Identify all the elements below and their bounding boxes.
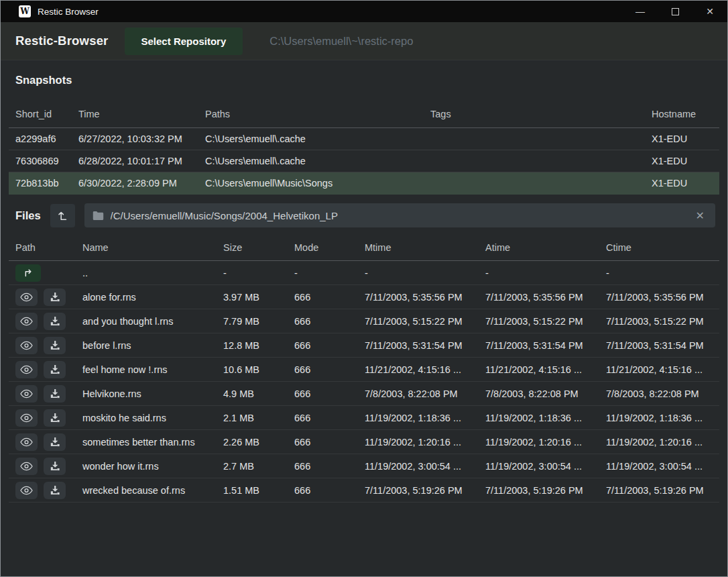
download-icon [50, 364, 60, 374]
snapshot-row[interactable]: 76306869 6/28/2022, 10:01:17 PM C:\Users… [9, 150, 719, 172]
minimize-icon: — [635, 6, 645, 17]
file-row[interactable]: sometimes better than.rns 2.26 MB 666 11… [9, 430, 719, 454]
snapshot-paths: C:\Users\emuell\Music\Songs [198, 178, 424, 189]
clear-path-icon[interactable]: ✕ [693, 209, 707, 222]
file-atime: 11/19/2002, 1:18:36 ... [479, 413, 599, 423]
file-ctime: 11/21/2002, 4:15:16 ... [599, 364, 719, 375]
titlebar: W Restic Browser — ✕ [1, 1, 727, 22]
preview-file-button[interactable] [15, 313, 38, 330]
file-size: 3.97 MB [217, 292, 288, 303]
download-file-button[interactable] [44, 361, 66, 378]
file-name: and you thought l.rns [76, 316, 217, 327]
file-mode: 666 [288, 437, 358, 448]
snapshot-short-id: 76306869 [9, 156, 72, 166]
file-mtime: 11/19/2002, 1:20:16 ... [358, 437, 479, 448]
eye-icon [20, 486, 33, 495]
download-file-button[interactable] [44, 433, 66, 451]
col-mtime: Mtime [358, 242, 479, 253]
download-file-button[interactable] [44, 458, 66, 475]
download-file-button[interactable] [44, 337, 66, 354]
col-hostname: Hostname [645, 109, 719, 119]
file-mtime: 7/11/2003, 5:15:22 PM [358, 316, 479, 327]
download-file-button[interactable] [44, 313, 66, 330]
snapshots-table: Short_id Time Paths Tags Hostname a2299a… [9, 100, 719, 195]
file-mtime: 11/21/2002, 4:15:16 ... [358, 364, 479, 375]
preview-file-button[interactable] [15, 288, 38, 306]
col-path: Path [9, 242, 76, 253]
titlebar-left: W Restic Browser [1, 5, 99, 17]
file-ctime: - [599, 268, 719, 278]
snapshots-section-header: Snapshots [1, 60, 727, 100]
download-file-button[interactable] [44, 288, 66, 306]
parent-dir-row[interactable]: .. - - - - - [9, 261, 719, 285]
file-size: 1.51 MB [217, 485, 288, 496]
snapshot-row[interactable]: a2299af6 6/27/2022, 10:03:32 PM C:\Users… [9, 128, 719, 150]
download-file-button[interactable] [44, 482, 66, 499]
goto-root-button[interactable] [50, 204, 75, 227]
file-ctime: 7/11/2003, 5:31:54 PM [599, 340, 719, 351]
maximize-button[interactable] [658, 1, 692, 22]
maximize-icon [672, 8, 679, 15]
file-row[interactable]: before l.rns 12.8 MB 666 7/11/2003, 5:31… [9, 333, 719, 358]
file-row[interactable]: wrecked because of.rns 1.51 MB 666 7/11/… [9, 478, 719, 503]
download-icon [50, 461, 60, 471]
app-header: Restic-Browser Select Repository C:\User… [1, 22, 727, 60]
col-ctime: Ctime [599, 242, 719, 253]
current-path-input[interactable]: /C/Users/emuell/Music/Songs/2004_Helveti… [84, 203, 715, 227]
file-mtime: 7/11/2003, 5:19:26 PM [358, 485, 479, 496]
file-size: 4.9 MB [217, 388, 288, 399]
preview-file-button[interactable] [15, 433, 38, 451]
parent-dir-button[interactable] [15, 264, 41, 282]
download-file-button[interactable] [44, 385, 66, 403]
preview-file-button[interactable] [15, 337, 38, 354]
file-atime: 11/19/2002, 1:20:16 ... [479, 437, 599, 448]
preview-file-button[interactable] [15, 482, 38, 499]
preview-file-button[interactable] [15, 385, 38, 403]
file-row[interactable]: moskito he said.rns 2.1 MB 666 11/19/200… [9, 406, 719, 430]
app-logo-icon: W [19, 5, 31, 17]
col-name: Name [76, 242, 217, 253]
file-name: alone for.rns [76, 292, 217, 303]
file-ctime: 7/11/2003, 5:35:56 PM [599, 292, 719, 303]
file-ctime: 11/19/2002, 1:20:16 ... [599, 437, 719, 448]
download-icon [50, 437, 60, 447]
snapshot-hostname: X1-EDU [645, 178, 719, 189]
file-row[interactable]: alone for.rns 3.97 MB 666 7/11/2003, 5:3… [9, 285, 719, 309]
select-repository-button[interactable]: Select Repository [125, 28, 243, 55]
window-title: Restic Browser [38, 7, 99, 17]
file-ctime: 11/19/2002, 1:18:36 ... [599, 413, 719, 423]
snapshot-row[interactable]: 72b813bb 6/30/2022, 2:28:09 PM C:\Users\… [9, 172, 719, 195]
close-icon: ✕ [706, 6, 714, 17]
file-row[interactable]: wonder how it.rns 2.7 MB 666 11/19/2002,… [9, 454, 719, 478]
eye-icon [20, 389, 33, 399]
file-mtime: 7/11/2003, 5:31:54 PM [358, 340, 479, 351]
file-name: before l.rns [76, 340, 217, 351]
file-name: wonder how it.rns [76, 461, 217, 472]
snapshot-hostname: X1-EDU [645, 156, 719, 166]
snapshot-time: 6/27/2022, 10:03:32 PM [72, 134, 198, 144]
download-icon [50, 388, 60, 399]
files-rows: .. - - - - - alone for.rns 3.97 MB [9, 261, 719, 503]
download-file-button[interactable] [44, 409, 66, 427]
download-icon [50, 413, 60, 423]
file-ctime: 7/8/2003, 8:22:08 PM [599, 388, 719, 399]
file-mode: 666 [288, 364, 358, 375]
file-name: wrecked because of.rns [76, 485, 217, 496]
eye-icon [20, 341, 33, 350]
app-window: W Restic Browser — ✕ Restic-Browser Sele… [0, 0, 728, 577]
file-ctime: 7/11/2003, 5:15:22 PM [599, 316, 719, 327]
file-atime: 7/11/2003, 5:31:54 PM [479, 340, 599, 351]
close-button[interactable]: ✕ [692, 1, 727, 22]
snapshot-hostname: X1-EDU [645, 134, 719, 144]
file-mode: 666 [288, 485, 358, 496]
preview-file-button[interactable] [15, 409, 38, 427]
file-mode: 666 [288, 461, 358, 472]
snapshot-time: 6/30/2022, 2:28:09 PM [72, 178, 198, 189]
preview-file-button[interactable] [15, 458, 38, 475]
minimize-button[interactable]: — [623, 1, 658, 22]
file-row[interactable]: feel home now !.rns 10.6 MB 666 11/21/20… [9, 358, 719, 382]
file-mtime: 11/19/2002, 3:00:54 ... [358, 461, 479, 472]
preview-file-button[interactable] [15, 361, 38, 378]
file-row[interactable]: Helvikone.rns 4.9 MB 666 7/8/2003, 8:22:… [9, 382, 719, 406]
file-row[interactable]: and you thought l.rns 7.79 MB 666 7/11/2… [9, 309, 719, 333]
